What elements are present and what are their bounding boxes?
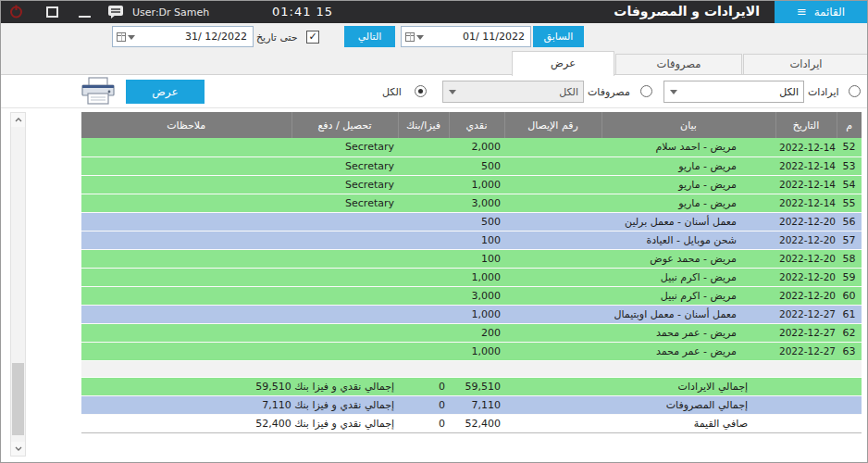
menu-button-label: القائمة [814,6,845,19]
until-date-label: حتى تاريخ [256,31,298,44]
table-row[interactable]: 562022-12-20معمل أسنان - معمل برلين500 [81,212,862,231]
cell-notes [81,342,291,360]
cell-desc: مريض - اكرم نبيل [601,286,775,305]
minimize-icon[interactable] [79,16,91,18]
cell-date [775,395,837,414]
page-title: الايرادات و المصروفات [614,4,760,19]
cell-cash: 52,400 [449,414,504,432]
calendar-dropdown-icon[interactable] [405,32,424,42]
cell-receipt [504,268,601,286]
chat-icon[interactable] [107,5,124,19]
cell-cash: 3,000 [449,194,504,212]
to-date-picker[interactable]: 31/ 12/2022 [112,26,254,47]
titlebar: User:Dr Sameh 01:41 15 الايرادات و المصر… [1,1,867,23]
expenses-select[interactable]: الكل [442,81,584,103]
scroll-down-icon[interactable] [11,442,25,456]
cell-desc: مريض - احمد سلام [601,138,775,156]
cell-no: 52 [837,138,862,156]
until-date-checkbox[interactable]: ✓ [306,31,319,44]
cell-visa [398,156,449,175]
cell-collect: Secretary [291,194,398,212]
cell-date: 2022-12-14 [775,194,837,212]
cell-note: إجمالي نقدي و فيزا بنك 7,110 [81,395,398,414]
cell-date: 2022-12-14 [775,156,837,175]
cell-collect [291,231,398,249]
summary-row: صافي القيمة52,4000إجمالي نقدي و فيزا بنك… [81,414,862,432]
tab-expenses[interactable]: مصروفات [615,54,742,75]
cell-receipt [504,231,601,249]
cell-visa [398,175,449,194]
cell-date: 2022-12-20 [775,286,837,305]
transactions-table: مالتاريخبيانرقم الإيصالنقديفيزا/بنكتحصيل… [81,112,862,433]
power-icon[interactable] [9,5,23,19]
cell-notes [81,212,291,231]
cell-receipt [504,395,601,414]
all-radio[interactable] [415,85,427,97]
previous-button[interactable]: السابق [533,26,584,47]
app-window: User:Dr Sameh 01:41 15 الايرادات و المصر… [0,0,868,463]
scroll-up-icon[interactable] [11,113,25,127]
revenues-select[interactable]: الكل [663,81,804,103]
cell-no [837,395,862,414]
cell-visa [398,286,449,305]
printer-icon[interactable] [81,77,116,106]
table-row[interactable]: 542022-12-14مريض - ماريو1,000Secretary [81,175,862,194]
menu-button[interactable]: القائمة ≡ [775,1,867,23]
cell-notes [81,175,291,194]
user-label: User:Dr Sameh [132,6,209,19]
cell-no: 63 [837,342,862,360]
cell-visa: 0 [398,377,449,395]
table-row[interactable]: 602022-12-20مريض - اكرم نبيل3,000 [81,286,862,305]
table-row[interactable]: 572022-12-20شحن موبايل - العيادة100 [81,231,862,249]
table-row[interactable]: 532022-12-14مريض - ماريو500Secretary [81,156,862,175]
column-header: رقم الإيصال [504,112,601,138]
cell-no: 56 [837,212,862,231]
spacer-row [81,360,862,377]
cell-visa [398,305,449,323]
calendar-dropdown-icon[interactable] [117,32,135,42]
table-row[interactable]: 552022-12-14مريض - ماريو3,000Secretary [81,194,862,212]
table-row[interactable]: 522022-12-14مريض - احمد سلام2,000Secreta… [81,138,862,156]
table-row[interactable]: 632022-12-27مريض - عمر محمد1,000 [81,342,862,360]
cell-desc: مريض - ماريو [601,156,775,175]
cell-collect [291,212,398,231]
tab-view[interactable]: عرض [512,51,614,76]
next-button[interactable]: التالي [344,26,395,47]
cell-date: 2022-12-14 [775,138,837,156]
scrollbar-thumb[interactable] [12,363,24,435]
table-row[interactable]: 612022-12-27معمل أسنان - معمل اوبتيمال1,… [81,305,862,323]
table-row[interactable]: 592022-12-20مريض - اكرم نبيل1,000 [81,268,862,286]
cell-cash: 1,000 [449,268,504,286]
table-header-row: مالتاريخبيانرقم الإيصالنقديفيزا/بنكتحصيل… [81,112,862,138]
cell-cash: 500 [449,156,504,175]
cell-collect [291,249,398,268]
cell-date: 2022-12-20 [775,249,837,268]
cell-no: 57 [837,231,862,249]
summary-row: إجمالي الايرادات59,5100إجمالي نقدي و فيز… [81,377,862,395]
from-date-picker[interactable]: 01/ 11/2022 [401,26,531,47]
column-header: ملاحظات [81,112,291,138]
revenues-radio[interactable] [849,85,861,97]
table-row[interactable]: 582022-12-20مريض - محمد عوض100 [81,249,862,268]
vertical-scrollbar[interactable] [10,112,26,457]
cell-visa [398,194,449,212]
cell-cash: 1,000 [449,175,504,194]
cell-collect [291,323,398,342]
cell-cash: 59,510 [449,377,504,395]
table-row[interactable]: 622022-12-27مريض - عمر محمد200 [81,323,862,342]
cell-date: 2022-12-27 [775,342,837,360]
cell-receipt [504,305,601,323]
cell-notes [81,156,291,175]
expenses-radio[interactable] [640,85,652,97]
maximize-icon[interactable] [46,6,58,18]
column-header: نقدي [449,112,504,138]
cell-receipt [504,414,601,432]
view-button[interactable]: عرض [126,80,205,104]
tab-revenues[interactable]: ايرادات [743,54,868,75]
cell-collect: Secretary [291,175,398,194]
expenses-select-value: الكل [559,86,578,98]
date-toolbar: السابق 01/ 11/2022 التالي ✓ حتى تاريخ 31… [1,23,867,52]
cell-receipt [504,323,601,342]
cell-desc: مريض - ماريو [601,175,775,194]
cell-date: 2022-12-20 [775,268,837,286]
